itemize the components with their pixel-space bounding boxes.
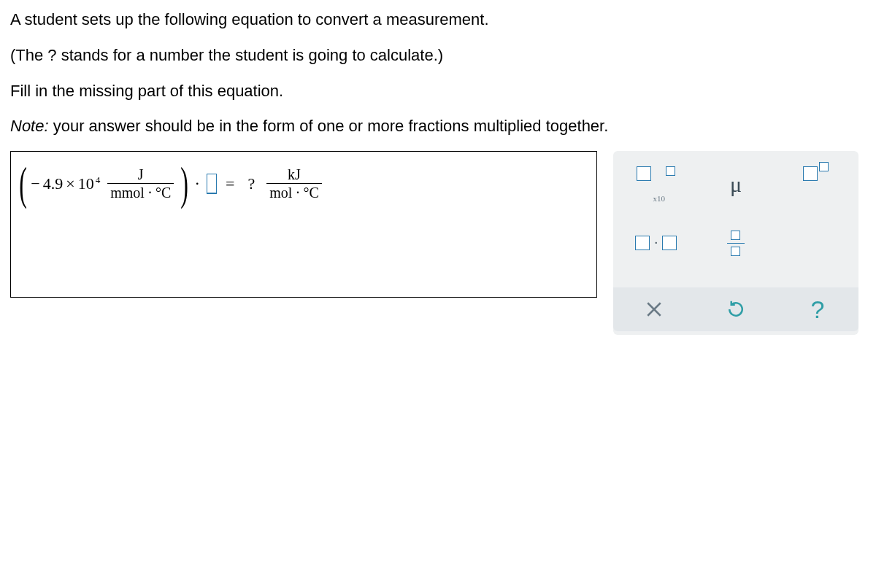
coef-value: 4.9 <box>43 176 64 192</box>
input-palette: x10 μ · <box>613 151 858 335</box>
reset-button[interactable] <box>695 287 777 331</box>
tool-superscript[interactable] <box>785 166 846 203</box>
answer-blank[interactable] <box>207 174 217 194</box>
placeholder-box-icon <box>731 247 740 256</box>
tool-micro-symbol[interactable]: μ <box>705 166 766 203</box>
frac-left-den: mmol · °C <box>107 184 174 201</box>
tool-scientific-notation[interactable]: x10 <box>626 166 687 203</box>
placeholder-box-icon <box>803 166 818 181</box>
help-icon: ? <box>811 295 825 324</box>
equals-sign: = <box>226 176 234 192</box>
mu-symbol: μ <box>730 172 742 197</box>
multiply-dot: · <box>196 176 200 192</box>
frac-right-den: mol · °C <box>266 184 321 201</box>
times-sign: × <box>66 176 74 192</box>
placeholder-box-icon <box>666 166 675 176</box>
close-paren: ) <box>181 165 189 202</box>
coef-exponent: 4 <box>96 174 101 185</box>
placeholder-box-icon <box>819 162 829 171</box>
note-rest: your answer should be in the form of one… <box>49 117 609 135</box>
coef-base: 104 <box>78 175 101 192</box>
fraction-bar-icon <box>727 243 745 244</box>
prompt-line-3: Fill in the missing part of this equatio… <box>10 80 866 103</box>
prompt-line-1: A student sets up the following equation… <box>10 9 866 31</box>
clear-button[interactable] <box>613 287 695 331</box>
coefficient: − 4.9 × 104 <box>31 175 100 192</box>
frac-right-num: kJ <box>285 166 304 183</box>
open-paren: ( <box>19 165 27 202</box>
frac-left-num: J <box>135 166 147 183</box>
prompt-line-2: (The ? stands for a number the student i… <box>10 45 866 67</box>
x-icon <box>643 298 665 320</box>
placeholder-box-icon <box>635 236 650 250</box>
equation-box: ( − 4.9 × 104 J mmol · °C ) · = ? kJ <box>10 151 597 298</box>
help-button[interactable]: ? <box>777 287 858 331</box>
placeholder-box-icon <box>637 166 651 181</box>
fraction-left: J mmol · °C <box>107 166 174 201</box>
dot-symbol: · <box>654 236 658 251</box>
question-prompt: A student sets up the following equation… <box>10 9 866 138</box>
placeholder-box-icon <box>731 231 740 240</box>
x10-label: x10 <box>653 194 665 203</box>
tool-fraction[interactable] <box>705 225 766 261</box>
tool-multiply[interactable]: · <box>626 225 687 261</box>
reset-icon <box>725 298 747 320</box>
question-mark-placeholder: ? <box>248 176 256 192</box>
minus-sign: − <box>31 176 39 192</box>
equation: ( − 4.9 × 104 J mmol · °C ) · = ? kJ <box>20 165 588 202</box>
placeholder-box-icon <box>662 236 677 250</box>
note-prefix: Note: <box>10 117 49 135</box>
prompt-note: Note: your answer should be in the form … <box>10 115 866 138</box>
fraction-right: kJ mol · °C <box>266 166 321 201</box>
